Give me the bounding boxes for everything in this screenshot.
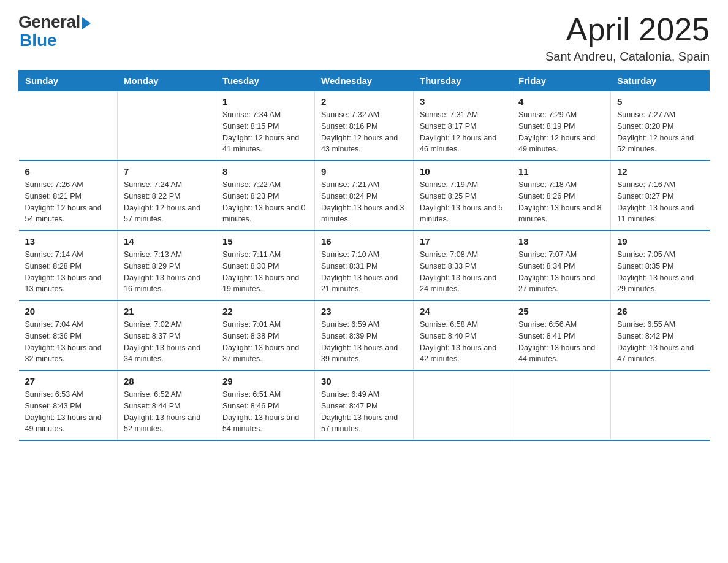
calendar-cell: 16Sunrise: 7:10 AM Sunset: 8:31 PM Dayli… — [315, 231, 414, 301]
day-info: Sunrise: 7:04 AM Sunset: 8:36 PM Dayligh… — [25, 319, 112, 365]
calendar-cell: 6Sunrise: 7:26 AM Sunset: 8:21 PM Daylig… — [19, 161, 118, 231]
calendar-cell: 25Sunrise: 6:56 AM Sunset: 8:41 PM Dayli… — [512, 301, 611, 370]
day-info: Sunrise: 6:49 AM Sunset: 8:47 PM Dayligh… — [321, 389, 407, 435]
calendar-cell — [118, 91, 216, 161]
calendar-cell: 8Sunrise: 7:22 AM Sunset: 8:23 PM Daylig… — [216, 161, 315, 231]
day-number: 20 — [25, 306, 112, 316]
day-number: 1 — [222, 96, 308, 107]
calendar-cell: 29Sunrise: 6:51 AM Sunset: 8:46 PM Dayli… — [216, 370, 315, 440]
logo-general-text: General — [18, 12, 80, 32]
day-number: 12 — [617, 166, 703, 177]
day-number: 21 — [124, 306, 210, 316]
day-number: 23 — [321, 306, 407, 316]
day-number: 28 — [124, 376, 210, 386]
weekday-header-thursday: Thursday — [414, 71, 512, 91]
day-number: 25 — [518, 306, 604, 316]
calendar-cell: 14Sunrise: 7:13 AM Sunset: 8:29 PM Dayli… — [118, 231, 216, 301]
page-subtitle: Sant Andreu, Catalonia, Spain — [545, 50, 710, 64]
day-number: 19 — [617, 236, 703, 247]
day-number: 4 — [518, 96, 604, 107]
calendar-cell: 7Sunrise: 7:24 AM Sunset: 8:22 PM Daylig… — [118, 161, 216, 231]
day-number: 24 — [420, 306, 506, 316]
day-info: Sunrise: 7:34 AM Sunset: 8:15 PM Dayligh… — [222, 109, 308, 155]
day-info: Sunrise: 7:27 AM Sunset: 8:20 PM Dayligh… — [617, 109, 703, 155]
day-number: 7 — [124, 166, 210, 177]
day-number: 9 — [321, 166, 407, 177]
calendar-cell: 5Sunrise: 7:27 AM Sunset: 8:20 PM Daylig… — [611, 91, 710, 161]
calendar-cell — [512, 370, 611, 440]
calendar-cell: 23Sunrise: 6:59 AM Sunset: 8:39 PM Dayli… — [315, 301, 414, 370]
page-title: April 2025 — [545, 12, 710, 47]
calendar-cell: 13Sunrise: 7:14 AM Sunset: 8:28 PM Dayli… — [19, 231, 118, 301]
day-info: Sunrise: 7:08 AM Sunset: 8:33 PM Dayligh… — [420, 249, 506, 295]
logo: General Blue — [18, 12, 91, 50]
day-info: Sunrise: 7:02 AM Sunset: 8:37 PM Dayligh… — [124, 319, 210, 365]
calendar-cell: 21Sunrise: 7:02 AM Sunset: 8:37 PM Dayli… — [118, 301, 216, 370]
day-info: Sunrise: 7:10 AM Sunset: 8:31 PM Dayligh… — [321, 249, 407, 295]
day-info: Sunrise: 7:11 AM Sunset: 8:30 PM Dayligh… — [222, 249, 308, 295]
day-number: 10 — [420, 166, 506, 177]
day-info: Sunrise: 6:53 AM Sunset: 8:43 PM Dayligh… — [25, 389, 112, 435]
calendar-cell: 27Sunrise: 6:53 AM Sunset: 8:43 PM Dayli… — [19, 370, 118, 440]
logo-blue-text: Blue — [18, 31, 57, 50]
day-number: 29 — [222, 376, 308, 386]
calendar-week-3: 13Sunrise: 7:14 AM Sunset: 8:28 PM Dayli… — [19, 231, 710, 301]
calendar-cell: 3Sunrise: 7:31 AM Sunset: 8:17 PM Daylig… — [414, 91, 512, 161]
calendar-week-2: 6Sunrise: 7:26 AM Sunset: 8:21 PM Daylig… — [19, 161, 710, 231]
day-info: Sunrise: 6:56 AM Sunset: 8:41 PM Dayligh… — [518, 319, 604, 365]
day-info: Sunrise: 7:16 AM Sunset: 8:27 PM Dayligh… — [617, 179, 703, 225]
calendar-cell: 4Sunrise: 7:29 AM Sunset: 8:19 PM Daylig… — [512, 91, 611, 161]
day-info: Sunrise: 7:13 AM Sunset: 8:29 PM Dayligh… — [124, 249, 210, 295]
day-info: Sunrise: 7:32 AM Sunset: 8:16 PM Dayligh… — [321, 109, 407, 155]
calendar-cell: 24Sunrise: 6:58 AM Sunset: 8:40 PM Dayli… — [414, 301, 512, 370]
weekday-header-saturday: Saturday — [611, 71, 710, 91]
day-info: Sunrise: 7:01 AM Sunset: 8:38 PM Dayligh… — [222, 319, 308, 365]
day-info: Sunrise: 6:51 AM Sunset: 8:46 PM Dayligh… — [222, 389, 308, 435]
calendar-cell: 20Sunrise: 7:04 AM Sunset: 8:36 PM Dayli… — [19, 301, 118, 370]
calendar-cell: 28Sunrise: 6:52 AM Sunset: 8:44 PM Dayli… — [118, 370, 216, 440]
weekday-header-sunday: Sunday — [19, 71, 118, 91]
calendar-cell: 1Sunrise: 7:34 AM Sunset: 8:15 PM Daylig… — [216, 91, 315, 161]
weekday-header-friday: Friday — [512, 71, 611, 91]
day-info: Sunrise: 7:05 AM Sunset: 8:35 PM Dayligh… — [617, 249, 703, 295]
calendar-cell — [611, 370, 710, 440]
day-info: Sunrise: 6:59 AM Sunset: 8:39 PM Dayligh… — [321, 319, 407, 365]
calendar-cell: 17Sunrise: 7:08 AM Sunset: 8:33 PM Dayli… — [414, 231, 512, 301]
day-info: Sunrise: 7:29 AM Sunset: 8:19 PM Dayligh… — [518, 109, 604, 155]
day-number: 11 — [518, 166, 604, 177]
weekday-header-monday: Monday — [118, 71, 216, 91]
day-info: Sunrise: 7:21 AM Sunset: 8:24 PM Dayligh… — [321, 179, 407, 225]
day-number: 26 — [617, 306, 703, 316]
day-number: 16 — [321, 236, 407, 247]
calendar-cell: 30Sunrise: 6:49 AM Sunset: 8:47 PM Dayli… — [315, 370, 414, 440]
calendar-cell: 9Sunrise: 7:21 AM Sunset: 8:24 PM Daylig… — [315, 161, 414, 231]
page-header: General Blue April 2025 Sant Andreu, Cat… — [18, 12, 710, 64]
day-number: 14 — [124, 236, 210, 247]
day-info: Sunrise: 7:19 AM Sunset: 8:25 PM Dayligh… — [420, 179, 506, 225]
calendar-cell: 15Sunrise: 7:11 AM Sunset: 8:30 PM Dayli… — [216, 231, 315, 301]
calendar-cell: 11Sunrise: 7:18 AM Sunset: 8:26 PM Dayli… — [512, 161, 611, 231]
day-number: 17 — [420, 236, 506, 247]
calendar-cell: 22Sunrise: 7:01 AM Sunset: 8:38 PM Dayli… — [216, 301, 315, 370]
calendar-week-1: 1Sunrise: 7:34 AM Sunset: 8:15 PM Daylig… — [19, 91, 710, 161]
day-number: 18 — [518, 236, 604, 247]
calendar-cell: 19Sunrise: 7:05 AM Sunset: 8:35 PM Dayli… — [611, 231, 710, 301]
day-info: Sunrise: 7:14 AM Sunset: 8:28 PM Dayligh… — [25, 249, 112, 295]
day-number: 30 — [321, 376, 407, 386]
logo-arrow-icon — [82, 17, 91, 29]
calendar-cell: 2Sunrise: 7:32 AM Sunset: 8:16 PM Daylig… — [315, 91, 414, 161]
day-info: Sunrise: 7:22 AM Sunset: 8:23 PM Dayligh… — [222, 179, 308, 225]
day-info: Sunrise: 6:52 AM Sunset: 8:44 PM Dayligh… — [124, 389, 210, 435]
day-number: 27 — [25, 376, 112, 386]
day-info: Sunrise: 7:24 AM Sunset: 8:22 PM Dayligh… — [124, 179, 210, 225]
day-info: Sunrise: 7:26 AM Sunset: 8:21 PM Dayligh… — [25, 179, 112, 225]
day-info: Sunrise: 7:07 AM Sunset: 8:34 PM Dayligh… — [518, 249, 604, 295]
calendar-cell: 10Sunrise: 7:19 AM Sunset: 8:25 PM Dayli… — [414, 161, 512, 231]
day-number: 8 — [222, 166, 308, 177]
day-info: Sunrise: 6:58 AM Sunset: 8:40 PM Dayligh… — [420, 319, 506, 365]
day-info: Sunrise: 7:18 AM Sunset: 8:26 PM Dayligh… — [518, 179, 604, 225]
calendar-cell — [414, 370, 512, 440]
calendar-week-5: 27Sunrise: 6:53 AM Sunset: 8:43 PM Dayli… — [19, 370, 710, 440]
calendar-cell: 18Sunrise: 7:07 AM Sunset: 8:34 PM Dayli… — [512, 231, 611, 301]
day-number: 22 — [222, 306, 308, 316]
